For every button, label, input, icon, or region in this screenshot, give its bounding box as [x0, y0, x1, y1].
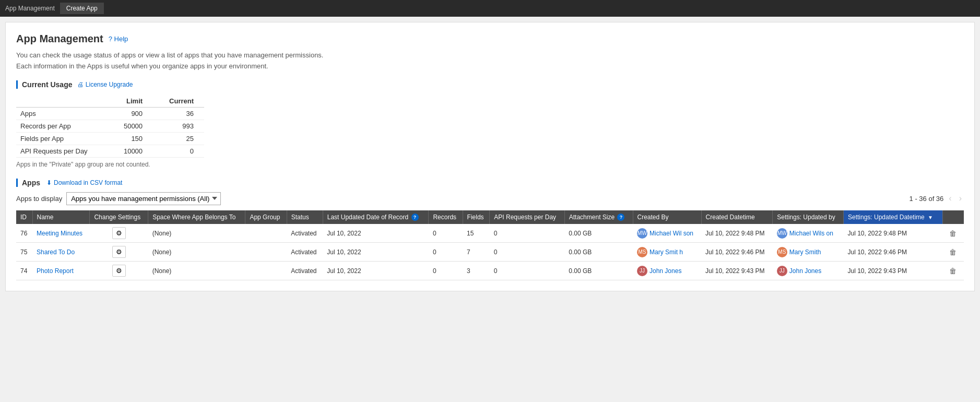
apps-display-filter[interactable]: Apps you have management permissions (Al… [66, 192, 221, 205]
app-settings-updated-datetime: Jul 10, 2022 9:46 PM [844, 243, 943, 262]
app-id: 74 [16, 262, 32, 280]
settings-updated-by-link[interactable]: MW Michael Wils on [777, 228, 840, 239]
settings-gear-button[interactable]: ⚙ [112, 227, 126, 239]
license-upgrade-link[interactable]: 🖨 License Upgrade [77, 81, 133, 88]
settings-updated-by-link[interactable]: MS Mary Smith [777, 247, 840, 257]
app-last-updated: Jul 10, 2022 [323, 243, 429, 262]
app-change-settings: ⚙ [90, 262, 148, 280]
created-by-link[interactable]: MW Michael Wil son [637, 228, 697, 239]
pagination: 1 - 36 of 36 ‹ › [910, 194, 964, 203]
license-icon: 🖨 [77, 81, 84, 88]
col-name: Name [32, 210, 90, 224]
usage-row-label: Fields per App [16, 132, 108, 145]
license-upgrade-label: License Upgrade [86, 81, 133, 88]
app-status: Activated [287, 262, 323, 280]
app-space: (None) [148, 243, 245, 262]
app-delete: 🗑 [943, 262, 964, 280]
apps-table: ID Name Change Settings Space Where App … [16, 210, 964, 281]
apps-section-header: Apps ⬇ Download in CSV format [16, 179, 964, 187]
app-created-by: MW Michael Wil son [633, 224, 701, 243]
col-app-group: App Group [245, 210, 287, 224]
create-app-button[interactable]: Create App [60, 3, 104, 14]
table-row: 74 Photo Report ⚙ (None) Activated Jul 1… [16, 262, 964, 280]
download-csv-link[interactable]: ⬇ Download in CSV format [46, 179, 122, 186]
app-id: 75 [16, 243, 32, 262]
last-updated-help-icon[interactable]: ? [411, 214, 419, 221]
usage-row: Apps 900 36 [16, 107, 204, 120]
main-content: App Management ? Help You can check the … [5, 22, 975, 291]
col-actions [943, 210, 964, 224]
app-name-link[interactable]: Shared To Do [37, 249, 75, 256]
app-records: 0 [429, 224, 463, 243]
app-fields: 3 [463, 262, 490, 280]
created-by-link[interactable]: MS Mary Smit h [637, 247, 697, 257]
usage-row: Fields per App 150 25 [16, 132, 204, 145]
app-name-link[interactable]: Photo Report [37, 267, 74, 275]
usage-row: API Requests per Day 10000 0 [16, 145, 204, 157]
col-attachment-size: Attachment Size ? [564, 210, 633, 224]
app-space: (None) [148, 224, 245, 243]
app-name: Photo Report [32, 262, 90, 280]
settings-gear-button[interactable]: ⚙ [112, 246, 126, 258]
current-usage-header: Current Usage 🖨 License Upgrade [16, 80, 964, 89]
app-settings-updated-by: JJ John Jones [773, 262, 844, 280]
app-status: Activated [287, 224, 323, 243]
settings-updated-by-avatar: MW [777, 228, 787, 239]
app-space: (None) [148, 262, 245, 280]
top-bar-title: App Management [5, 5, 55, 12]
col-created-datetime: Created Datetime [701, 210, 773, 224]
app-name: Shared To Do [32, 243, 90, 262]
app-delete: 🗑 [943, 224, 964, 243]
app-name-link[interactable]: Meeting Minutes [37, 230, 82, 237]
page-header: App Management ? Help [16, 33, 964, 45]
prev-page-button[interactable]: ‹ [947, 194, 953, 203]
delete-app-button[interactable]: 🗑 [947, 228, 959, 239]
app-created-by: JJ John Jones [633, 262, 701, 280]
col-settings-updated-by: Settings: Updated by [773, 210, 844, 224]
next-page-button[interactable]: › [957, 194, 964, 203]
help-link[interactable]: ? Help [109, 35, 128, 43]
created-by-link[interactable]: JJ John Jones [637, 266, 697, 276]
settings-updated-by-link[interactable]: JJ John Jones [777, 266, 840, 276]
private-note: Apps in the "Private" app group are not … [16, 161, 964, 168]
pagination-text: 1 - 36 of 36 [910, 195, 944, 203]
usage-row-limit: 900 [108, 107, 153, 120]
description-line1: You can check the usage status of apps o… [16, 51, 323, 59]
filter-left: Apps to display Apps you have management… [16, 192, 221, 205]
app-last-updated: Jul 10, 2022 [323, 262, 429, 280]
description-line2: Each information in the Apps is useful w… [16, 62, 268, 70]
settings-gear-button[interactable]: ⚙ [112, 265, 126, 277]
usage-row-label: Records per App [16, 120, 108, 132]
app-api-requests: 0 [490, 243, 564, 262]
created-by-avatar: JJ [637, 266, 647, 276]
usage-row-current: 0 [153, 145, 204, 157]
delete-app-button[interactable]: 🗑 [947, 247, 959, 257]
app-name: Meeting Minutes [32, 224, 90, 243]
app-delete: 🗑 [943, 243, 964, 262]
usage-col-current: Current [153, 95, 204, 108]
col-last-updated: Last Updated Date of Record ? [323, 210, 429, 224]
attachment-help-icon[interactable]: ? [617, 214, 624, 221]
current-usage-label: Current Usage [22, 80, 72, 89]
app-attachment-size: 0.00 GB [564, 243, 633, 262]
app-last-updated: Jul 10, 2022 [323, 224, 429, 243]
download-icon: ⬇ [46, 179, 52, 186]
download-link-label: Download in CSV format [54, 179, 122, 186]
usage-row-label: API Requests per Day [16, 145, 108, 157]
col-settings-updated-datetime[interactable]: Settings: Updated Datetime ▼ [844, 210, 943, 224]
app-created-datetime: Jul 10, 2022 9:46 PM [701, 243, 773, 262]
app-fields: 7 [463, 243, 490, 262]
col-api-requests: API Requests per Day [490, 210, 564, 224]
col-id: ID [16, 210, 32, 224]
usage-row-limit: 10000 [108, 145, 153, 157]
app-created-datetime: Jul 10, 2022 9:43 PM [701, 262, 773, 280]
app-created-by: MS Mary Smit h [633, 243, 701, 262]
app-change-settings: ⚙ [90, 224, 148, 243]
app-created-datetime: Jul 10, 2022 9:48 PM [701, 224, 773, 243]
table-row: 76 Meeting Minutes ⚙ (None) Activated Ju… [16, 224, 964, 243]
usage-row-limit: 50000 [108, 120, 153, 132]
col-records: Records [429, 210, 463, 224]
col-space: Space Where App Belongs To [148, 210, 245, 224]
delete-app-button[interactable]: 🗑 [947, 266, 959, 276]
app-records: 0 [429, 243, 463, 262]
